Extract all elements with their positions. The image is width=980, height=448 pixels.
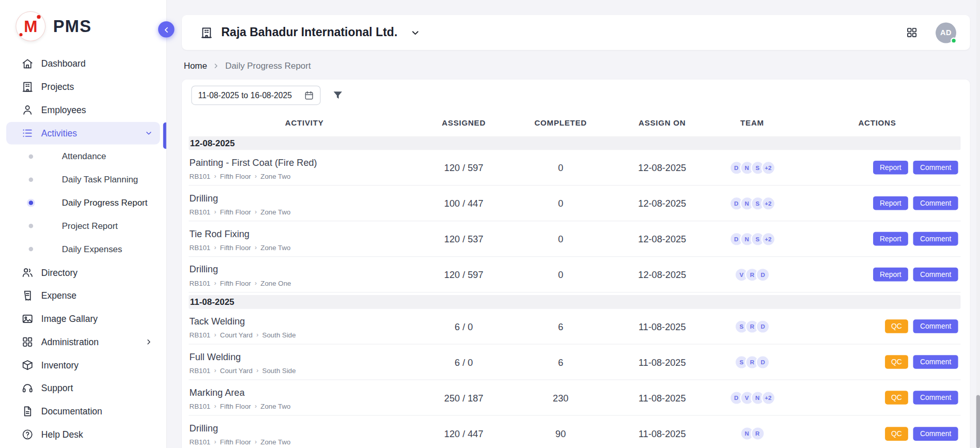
- sidebar-item-projects[interactable]: Projects: [6, 75, 160, 98]
- sidebar-subitem-daily-progress-report[interactable]: Daily Progress Report: [6, 191, 160, 214]
- avatar[interactable]: AD: [936, 22, 956, 43]
- image-icon: [21, 313, 34, 325]
- report-button[interactable]: Report: [873, 161, 908, 175]
- user-icon: [21, 104, 34, 116]
- sidebar-item-label: Dashboard: [41, 59, 86, 69]
- chevron-right-icon: ›: [256, 367, 258, 374]
- location-segment: RB101: [190, 438, 211, 446]
- team-avatars[interactable]: D N S +2: [711, 196, 794, 210]
- team-avatars[interactable]: S R D: [711, 355, 794, 369]
- sidebar-item-administration[interactable]: Administration: [6, 331, 160, 353]
- activity-title[interactable]: Marking Area: [190, 387, 414, 397]
- activity-title[interactable]: Tack Welding: [190, 315, 414, 326]
- row-actions: QC Comment: [794, 391, 960, 405]
- comment-button[interactable]: Comment: [913, 161, 958, 175]
- report-button[interactable]: Report: [873, 196, 908, 210]
- sidebar-item-label: Inventory: [41, 360, 79, 370]
- location-segment: RB101: [190, 172, 211, 180]
- activity-location-breadcrumb: RB101› Fifth Floor› Zone One: [190, 279, 414, 287]
- comment-button[interactable]: Comment: [913, 391, 958, 405]
- chevron-right-icon: ›: [214, 367, 216, 374]
- sidebar-item-employees[interactable]: Employees: [6, 99, 160, 121]
- team-avatar: R: [750, 426, 765, 441]
- sidebar-item-inventory[interactable]: Inventory: [6, 354, 160, 377]
- sidebar-item-documentation[interactable]: Documentation: [6, 400, 160, 423]
- team-avatars[interactable]: D N S +2: [711, 231, 794, 246]
- team-avatar: D: [756, 267, 770, 282]
- chevron-right-icon: ›: [214, 439, 216, 445]
- sidebar-subitem-project-report[interactable]: Project Report: [6, 214, 160, 238]
- active-section-accent-bar: [163, 122, 166, 149]
- team-avatars[interactable]: D V N +2: [711, 391, 794, 405]
- date-range-input[interactable]: [191, 86, 320, 105]
- row-actions: Report Comment: [794, 232, 960, 246]
- completed-value: 230: [507, 392, 614, 403]
- chevron-right-icon: ›: [214, 173, 216, 179]
- scrollbar[interactable]: [976, 0, 980, 448]
- date-range-value[interactable]: [198, 90, 300, 100]
- qc-button[interactable]: QC: [885, 427, 908, 441]
- team-avatar: D: [756, 319, 770, 334]
- sidebar-subitem-attendance[interactable]: Attendance: [6, 145, 160, 168]
- team-avatars[interactable]: S R D: [711, 319, 794, 334]
- comment-button[interactable]: Comment: [913, 232, 958, 246]
- location-segment: Fifth Floor: [220, 208, 251, 215]
- apps-grid-icon[interactable]: [906, 26, 918, 39]
- chevron-right-icon: ›: [214, 332, 216, 338]
- breadcrumb-home[interactable]: Home: [184, 60, 207, 70]
- qc-button[interactable]: QC: [885, 319, 908, 333]
- sidebar-subitem-daily-task-planning[interactable]: Daily Task Planning: [6, 168, 160, 191]
- activity-title[interactable]: Painting - First Coat (Fire Red): [190, 157, 414, 167]
- location-segment: Zone Two: [260, 438, 290, 446]
- users-icon: [21, 266, 34, 279]
- location-segment: Zone Two: [260, 243, 290, 251]
- qc-button[interactable]: QC: [885, 391, 908, 405]
- sidebar-item-activities[interactable]: Activities: [6, 122, 160, 145]
- company-selector[interactable]: Raja Bahadur International Ltd.: [200, 26, 420, 40]
- sidebar-item-expense[interactable]: Expense: [6, 284, 160, 307]
- report-button[interactable]: Report: [873, 232, 908, 246]
- sidebar-item-help-desk[interactable]: Help Desk: [6, 423, 160, 446]
- location-segment: South Side: [262, 331, 296, 339]
- activity-title[interactable]: Drilling: [190, 423, 414, 434]
- app-logo[interactable]: M PMS: [0, 0, 166, 49]
- sidebar-item-support[interactable]: Support: [6, 377, 160, 400]
- team-avatars[interactable]: N R: [711, 426, 794, 441]
- assigned-value: 120 / 597: [420, 269, 507, 280]
- comment-button[interactable]: Comment: [913, 355, 958, 369]
- comment-button[interactable]: Comment: [913, 319, 958, 333]
- sidebar-item-label: Image Gallary: [41, 314, 98, 323]
- qc-button[interactable]: QC: [885, 355, 908, 369]
- chevron-right-icon: ›: [214, 208, 216, 214]
- calendar-icon[interactable]: [304, 90, 315, 101]
- chevron-right-icon: ›: [255, 439, 257, 445]
- activity-title[interactable]: Drilling: [190, 264, 414, 274]
- sidebar-item-label: Activities: [41, 128, 77, 138]
- assigned-value: 6 / 0: [420, 357, 507, 367]
- sidebar-subitem-daily-expenses[interactable]: Daily Expenses: [6, 238, 160, 261]
- sidebar-item-label: Employees: [41, 105, 86, 115]
- sidebar-item-dashboard[interactable]: Dashboard: [6, 53, 160, 75]
- bullet-dot-icon: [29, 200, 33, 205]
- report-button[interactable]: Report: [873, 268, 908, 282]
- comment-button[interactable]: Comment: [913, 427, 958, 441]
- comment-button[interactable]: Comment: [913, 196, 958, 210]
- sidebar-item-directory[interactable]: Directory: [6, 261, 160, 284]
- team-avatars[interactable]: D N S +2: [711, 160, 794, 175]
- team-more-badge: +2: [761, 160, 775, 175]
- location-segment: Zone One: [260, 279, 291, 287]
- chevron-down-icon: [411, 28, 420, 37]
- filter-icon[interactable]: [332, 89, 344, 101]
- assigned-value: 120 / 537: [420, 234, 507, 244]
- scrollbar-thumb[interactable]: [976, 395, 980, 448]
- activity-title[interactable]: Full Welding: [190, 351, 414, 362]
- team-more-badge: +2: [761, 196, 775, 210]
- activity-title[interactable]: Tie Rod Fixing: [190, 228, 414, 239]
- comment-button[interactable]: Comment: [913, 268, 958, 282]
- sidebar-collapse-button[interactable]: [158, 21, 174, 37]
- bullet-dot-icon: [29, 224, 33, 228]
- sidebar-item-image-gallary[interactable]: Image Gallary: [6, 307, 160, 330]
- team-avatars[interactable]: V R D: [711, 267, 794, 282]
- activity-title[interactable]: Drilling: [190, 192, 414, 203]
- group-date: 11-08-2025: [190, 297, 235, 307]
